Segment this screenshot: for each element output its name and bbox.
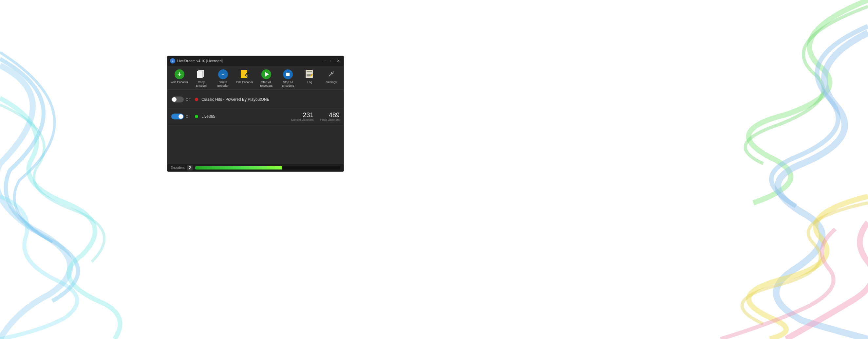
audio-meter xyxy=(195,166,340,170)
log-label: Log xyxy=(307,80,312,84)
encoder-2-name: Live365 xyxy=(202,114,287,119)
encoder-list: Off Classic Hits - Powered By PlayoutONE… xyxy=(167,91,344,164)
settings-label: Settings xyxy=(326,80,337,84)
encoder-2-toggle[interactable] xyxy=(171,113,184,120)
encoder-row-2[interactable]: On Live365 231 Current Listeners 489 Pea… xyxy=(167,108,344,125)
title-bar: L LiveStream v4.10 [Licensed] − □ ✕ xyxy=(167,56,344,66)
encoder-2-stats: 231 Current Listeners 489 Peak Listeners xyxy=(291,111,340,122)
stop-all-button[interactable]: Stop AllEncoders xyxy=(279,68,297,88)
delete-encoder-icon: − xyxy=(218,69,228,79)
log-icon xyxy=(305,69,315,79)
encoder-row-1[interactable]: Off Classic Hits - Powered By PlayoutONE xyxy=(167,91,344,108)
delete-encoder-label: DeleteEncoder xyxy=(217,80,229,88)
copy-encoder-button[interactable]: CopyEncoder xyxy=(192,68,210,88)
encoder-1-toggle-label: Off xyxy=(186,98,192,101)
encoder-1-status-dot xyxy=(195,98,198,101)
edit-encoder-button[interactable]: Edit Encoder xyxy=(236,68,254,85)
app-icon: L xyxy=(170,58,175,64)
current-listeners-value: 231 xyxy=(303,111,313,118)
encoder-2-toggle-label: On xyxy=(186,114,192,118)
edit-encoder-label: Edit Encoder xyxy=(236,80,253,84)
peak-listeners-value: 489 xyxy=(329,111,340,118)
encoder-2-toggle-container: On xyxy=(171,113,192,120)
copy-encoder-label: CopyEncoder xyxy=(196,80,207,88)
encoders-count: 2 xyxy=(187,165,193,170)
settings-button[interactable]: Settings xyxy=(322,68,341,85)
app-window: L LiveStream v4.10 [Licensed] − □ ✕ + Ad… xyxy=(167,56,344,172)
encoder-1-toggle[interactable] xyxy=(171,97,184,102)
copy-encoder-icon xyxy=(196,69,206,79)
edit-encoder-icon xyxy=(240,69,250,79)
current-listeners-block: 231 Current Listeners xyxy=(291,111,313,122)
window-controls: − □ ✕ xyxy=(322,58,341,64)
delete-encoder-button[interactable]: − DeleteEncoder xyxy=(214,68,232,88)
close-button[interactable]: ✕ xyxy=(336,58,341,64)
stop-all-label: Stop AllEncoders xyxy=(282,80,294,88)
status-bar: Encoders 2 xyxy=(167,164,344,171)
stop-all-icon xyxy=(283,69,293,79)
start-all-icon xyxy=(261,69,272,79)
maximize-button[interactable]: □ xyxy=(329,58,334,64)
log-button[interactable]: Log xyxy=(301,68,319,85)
minimize-button[interactable]: − xyxy=(322,58,328,64)
add-encoder-label: Add Encoder xyxy=(171,80,188,84)
start-all-button[interactable]: Start AllEncoders xyxy=(257,68,276,88)
settings-icon xyxy=(326,69,337,79)
add-encoder-button[interactable]: + Add Encoder xyxy=(170,68,189,85)
encoder-1-toggle-container: Off xyxy=(171,97,192,102)
toolbar: + Add Encoder CopyEncoder − DeleteEnco xyxy=(167,66,344,91)
add-encoder-icon: + xyxy=(174,69,185,79)
encoders-label: Encoders xyxy=(170,166,184,170)
peak-listeners-label: Peak Listeners xyxy=(320,118,340,122)
window-title: LiveStream v4.10 [Licensed] xyxy=(177,59,322,63)
encoder-2-status-dot xyxy=(195,115,198,118)
peak-listeners-block: 489 Peak Listeners xyxy=(320,111,340,122)
encoder-1-name: Classic Hits - Powered By PlayoutONE xyxy=(202,97,340,102)
audio-meter-fill xyxy=(195,166,282,170)
start-all-label: Start AllEncoders xyxy=(260,80,273,88)
current-listeners-label: Current Listeners xyxy=(291,118,313,122)
